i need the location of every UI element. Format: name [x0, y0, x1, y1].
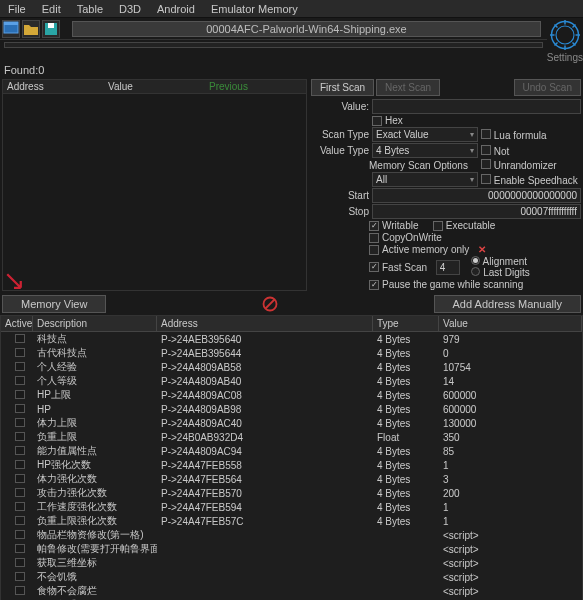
- row-val[interactable]: 3: [439, 474, 582, 485]
- row-addr[interactable]: P->24A4809AB40: [157, 376, 373, 387]
- row-addr[interactable]: P->24A47FEB570: [157, 488, 373, 499]
- add-to-list-icon[interactable]: [5, 272, 23, 290]
- row-type[interactable]: 4 Bytes: [373, 348, 439, 359]
- table-row[interactable]: 物品栏物资修改(第一格)<script>: [1, 528, 582, 542]
- row-val[interactable]: <script>: [439, 530, 582, 541]
- row-type[interactable]: 4 Bytes: [373, 334, 439, 345]
- row-type[interactable]: 4 Bytes: [373, 376, 439, 387]
- first-scan-button[interactable]: First Scan: [311, 79, 374, 96]
- row-desc[interactable]: 能力值属性点: [33, 444, 157, 458]
- fastscan-checkbox[interactable]: [369, 262, 379, 272]
- pause-checkbox[interactable]: [369, 280, 379, 290]
- row-active-checkbox[interactable]: [15, 488, 25, 497]
- table-row[interactable]: 能力值属性点P->24A4809AC944 Bytes85: [1, 444, 582, 458]
- table-row[interactable]: 食物不会腐烂<script>: [1, 584, 582, 598]
- row-addr[interactable]: P->24A4809AC08: [157, 390, 373, 401]
- row-active-checkbox[interactable]: [15, 516, 25, 525]
- row-val[interactable]: 0: [439, 348, 582, 359]
- table-row[interactable]: 帕鲁修改(需要打开帕鲁界面)<script>: [1, 542, 582, 556]
- scantype-select[interactable]: Exact Value▾: [372, 127, 478, 142]
- row-val[interactable]: 10754: [439, 362, 582, 373]
- row-desc[interactable]: 物品栏物资修改(第一格): [33, 528, 157, 542]
- table-row[interactable]: 攻击力强化次数P->24A47FEB5704 Bytes200: [1, 486, 582, 500]
- row-addr[interactable]: P->24A47FEB558: [157, 460, 373, 471]
- hdr-active[interactable]: Active: [1, 316, 33, 331]
- hdr-desc[interactable]: Description: [33, 316, 157, 331]
- row-val[interactable]: 85: [439, 446, 582, 457]
- table-row[interactable]: HP上限P->24A4809AC084 Bytes600000: [1, 388, 582, 402]
- row-desc[interactable]: 获取三维坐标: [33, 556, 157, 570]
- row-addr[interactable]: P->24B0AB932D4: [157, 432, 373, 443]
- table-row[interactable]: 体力强化次数P->24A47FEB5644 Bytes3: [1, 472, 582, 486]
- row-desc[interactable]: HP: [33, 404, 157, 415]
- table-row[interactable]: 个人等级P->24A4809AB404 Bytes14: [1, 374, 582, 388]
- row-active-checkbox[interactable]: [15, 446, 25, 455]
- row-val[interactable]: 1: [439, 516, 582, 527]
- row-type[interactable]: Float: [373, 432, 439, 443]
- memory-view-button[interactable]: Memory View: [2, 295, 106, 313]
- row-val[interactable]: <script>: [439, 586, 582, 597]
- row-val[interactable]: 130000: [439, 418, 582, 429]
- row-active-checkbox[interactable]: [15, 572, 25, 581]
- activemem-checkbox[interactable]: [369, 245, 379, 255]
- row-addr[interactable]: P->24AEB395640: [157, 334, 373, 345]
- row-desc[interactable]: 科技点: [33, 332, 157, 346]
- table-row[interactable]: 工作速度强化次数P->24A47FEB5944 Bytes1: [1, 500, 582, 514]
- lastdigits-radio[interactable]: [471, 267, 480, 276]
- open-process-icon[interactable]: [2, 20, 20, 38]
- writable-checkbox[interactable]: [369, 221, 379, 231]
- hdr-type[interactable]: Type: [373, 316, 439, 331]
- row-active-checkbox[interactable]: [15, 558, 25, 567]
- row-active-checkbox[interactable]: [15, 432, 25, 441]
- col-address[interactable]: Address: [3, 80, 104, 93]
- row-desc[interactable]: 个人等级: [33, 374, 157, 388]
- hdr-val[interactable]: Value: [439, 316, 582, 331]
- cow-checkbox[interactable]: [369, 233, 379, 243]
- row-active-checkbox[interactable]: [15, 348, 25, 357]
- row-desc[interactable]: 食物不会腐烂: [33, 584, 157, 598]
- menu-d3d[interactable]: D3D: [111, 2, 149, 16]
- row-val[interactable]: <script>: [439, 544, 582, 555]
- row-addr[interactable]: P->24A4809AC40: [157, 418, 373, 429]
- row-active-checkbox[interactable]: [15, 586, 25, 595]
- row-desc[interactable]: 不会饥饿: [33, 570, 157, 584]
- row-active-checkbox[interactable]: [15, 530, 25, 539]
- row-type[interactable]: 4 Bytes: [373, 474, 439, 485]
- menu-edit[interactable]: Edit: [34, 2, 69, 16]
- row-addr[interactable]: P->24A47FEB564: [157, 474, 373, 485]
- row-val[interactable]: 350: [439, 432, 582, 443]
- not-checkbox[interactable]: [481, 145, 491, 155]
- table-row[interactable]: 体力上限P->24A4809AC404 Bytes130000: [1, 416, 582, 430]
- row-desc[interactable]: HP上限: [33, 388, 157, 402]
- table-row[interactable]: HP强化次数P->24A47FEB5584 Bytes1: [1, 458, 582, 472]
- row-val[interactable]: 1: [439, 502, 582, 513]
- row-desc[interactable]: 负重上限强化次数: [33, 514, 157, 528]
- row-desc[interactable]: 攻击力强化次数: [33, 486, 157, 500]
- row-type[interactable]: 4 Bytes: [373, 460, 439, 471]
- row-addr[interactable]: P->24A4809AC94: [157, 446, 373, 457]
- row-desc[interactable]: 体力强化次数: [33, 472, 157, 486]
- row-addr[interactable]: P->24A47FEB57C: [157, 516, 373, 527]
- table-row[interactable]: 获取三维坐标<script>: [1, 556, 582, 570]
- row-val[interactable]: 600000: [439, 390, 582, 401]
- app-logo-icon[interactable]: [550, 20, 580, 50]
- row-desc[interactable]: HP强化次数: [33, 458, 157, 472]
- row-active-checkbox[interactable]: [15, 362, 25, 371]
- unrandom-checkbox[interactable]: [481, 159, 491, 169]
- open-file-icon[interactable]: [22, 20, 40, 38]
- row-active-checkbox[interactable]: [15, 390, 25, 399]
- value-input[interactable]: [372, 99, 581, 114]
- table-row[interactable]: 古代科技点P->24AEB3956444 Bytes0: [1, 346, 582, 360]
- row-type[interactable]: 4 Bytes: [373, 488, 439, 499]
- stop-input[interactable]: [372, 204, 581, 219]
- row-val[interactable]: 200: [439, 488, 582, 499]
- row-active-checkbox[interactable]: [15, 474, 25, 483]
- row-desc[interactable]: 负重上限: [33, 430, 157, 444]
- table-row[interactable]: 负重上限P->24B0AB932D4Float350: [1, 430, 582, 444]
- menu-android[interactable]: Android: [149, 2, 203, 16]
- row-active-checkbox[interactable]: [15, 460, 25, 469]
- speedhack-checkbox[interactable]: [481, 174, 491, 184]
- lua-checkbox[interactable]: [481, 129, 491, 139]
- start-input[interactable]: [372, 188, 581, 203]
- row-active-checkbox[interactable]: [15, 544, 25, 553]
